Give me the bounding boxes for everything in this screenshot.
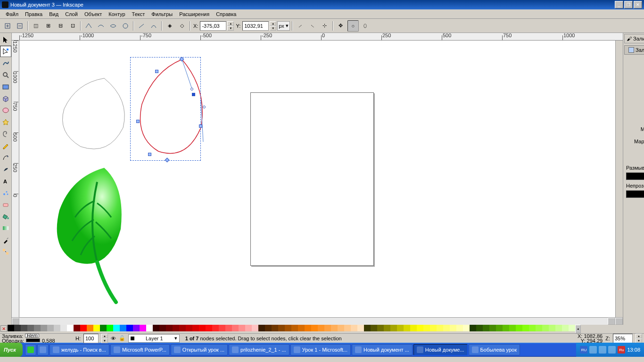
color-swatch[interactable] <box>298 325 305 331</box>
dropper-tool-icon[interactable] <box>0 234 11 246</box>
stroke-swatch[interactable] <box>26 338 40 342</box>
box3d-tool-icon[interactable] <box>0 93 11 104</box>
color-swatch[interactable] <box>338 325 344 331</box>
scroll-right-icon[interactable] <box>608 318 615 325</box>
node-delete-icon[interactable] <box>14 20 25 32</box>
color-swatch[interactable] <box>470 325 476 331</box>
color-swatch[interactable] <box>265 325 272 331</box>
color-swatch[interactable] <box>93 325 100 331</box>
path-node[interactable] <box>136 120 140 123</box>
tab-fill[interactable]: Заливка <box>624 45 644 54</box>
layer-lock-icon[interactable]: 🔓 <box>119 335 125 341</box>
quick-zoom-icon[interactable] <box>615 318 623 325</box>
menu-help[interactable]: Справка <box>213 10 239 18</box>
color-swatch[interactable] <box>351 325 357 331</box>
color-swatch[interactable] <box>311 325 318 331</box>
x-spinner[interactable]: ▲▼ <box>227 21 234 31</box>
color-swatch[interactable] <box>8 325 14 331</box>
color-swatch[interactable] <box>126 325 133 331</box>
color-swatch[interactable] <box>476 325 483 331</box>
color-swatch[interactable] <box>305 325 311 331</box>
y-spinner[interactable]: ▲▼ <box>270 21 276 31</box>
color-swatch[interactable] <box>225 325 232 331</box>
path-node[interactable] <box>155 70 158 73</box>
node-break-icon[interactable]: ◫ <box>30 20 41 32</box>
color-swatch[interactable] <box>536 325 542 331</box>
taskbar-item[interactable]: Новый докуме... <box>413 344 468 355</box>
color-swatch[interactable] <box>344 325 351 331</box>
color-swatch[interactable] <box>562 325 569 331</box>
ellipse-tool-icon[interactable] <box>0 105 11 116</box>
color-swatch[interactable] <box>555 325 562 331</box>
color-swatch[interactable] <box>80 325 87 331</box>
node-auto-icon[interactable] <box>120 20 131 32</box>
color-swatch[interactable] <box>107 325 113 331</box>
menu-path[interactable]: Контур <box>106 10 128 18</box>
path-node-selected[interactable] <box>192 93 195 96</box>
layer-selector[interactable]: Layer 1▾ <box>128 334 180 343</box>
maximize-button[interactable]: ❐ <box>624 1 633 8</box>
menu-view[interactable]: Вид <box>46 10 61 18</box>
rect-tool-icon[interactable] <box>0 81 11 92</box>
node-add-icon[interactable] <box>2 20 13 32</box>
color-swatch[interactable] <box>133 325 140 331</box>
color-swatch[interactable] <box>47 325 54 331</box>
close-button[interactable]: ✕ <box>634 1 642 8</box>
horizontal-scrollbar[interactable] <box>12 317 623 325</box>
color-swatch[interactable] <box>74 325 80 331</box>
color-swatch[interactable] <box>404 325 410 331</box>
taskbar-item[interactable]: Новый документ ... <box>352 344 413 355</box>
path-node[interactable] <box>199 124 202 128</box>
color-swatch[interactable] <box>437 325 443 331</box>
color-swatch[interactable] <box>159 325 166 331</box>
color-swatch[interactable] <box>192 325 199 331</box>
color-swatch[interactable] <box>443 325 450 331</box>
color-swatch[interactable] <box>34 325 41 331</box>
star-tool-icon[interactable] <box>0 116 11 128</box>
color-swatch[interactable] <box>503 325 509 331</box>
color-swatch[interactable] <box>456 325 463 331</box>
color-swatch[interactable] <box>245 325 252 331</box>
color-swatch[interactable] <box>173 325 179 331</box>
transform-handles-icon[interactable]: ✥ <box>335 20 347 32</box>
clock[interactable]: 13:08 <box>627 347 640 353</box>
green-leaf-shape[interactable] <box>38 163 132 309</box>
stroke-to-path-icon[interactable]: ◇ <box>176 20 188 32</box>
menu-object[interactable]: Объект <box>82 10 105 18</box>
color-swatch[interactable] <box>87 325 93 331</box>
bezier-handle[interactable] <box>190 88 193 90</box>
text-tool-icon[interactable]: A <box>0 175 11 187</box>
taskbar-item[interactable]: prilozhenie_2_1 - ... <box>229 344 289 355</box>
color-swatch[interactable] <box>140 325 146 331</box>
pencil-tool-icon[interactable] <box>0 140 11 151</box>
menu-layer[interactable]: Слой <box>62 10 81 18</box>
color-swatch[interactable] <box>239 325 245 331</box>
color-swatch[interactable] <box>206 325 212 331</box>
layer-visible-icon[interactable]: 👁 <box>111 336 116 341</box>
color-swatch[interactable] <box>199 325 206 331</box>
zoom-input[interactable] <box>613 334 633 343</box>
color-swatch[interactable] <box>21 325 27 331</box>
color-swatch[interactable] <box>153 325 159 331</box>
segment-curve-icon[interactable] <box>148 20 159 32</box>
color-swatch[interactable] <box>331 325 338 331</box>
spray-tool-icon[interactable] <box>0 187 11 198</box>
color-swatch[interactable] <box>483 325 489 331</box>
color-swatch[interactable] <box>549 325 555 331</box>
unit-select[interactable]: px ▾ <box>277 21 290 31</box>
color-swatch[interactable] <box>371 325 377 331</box>
menu-edit[interactable]: Правка <box>22 10 45 18</box>
zoom-tool-icon[interactable] <box>0 69 11 81</box>
color-swatch[interactable] <box>430 325 437 331</box>
tray-icon[interactable] <box>608 346 616 354</box>
lang-indicator-2[interactable]: Ru <box>618 346 625 354</box>
menu-filters[interactable]: Фильтры <box>149 10 175 18</box>
bezier-tool-icon[interactable] <box>0 152 11 163</box>
color-swatch[interactable] <box>146 325 153 331</box>
color-swatch[interactable] <box>54 325 60 331</box>
color-swatch[interactable] <box>14 325 21 331</box>
bucket-tool-icon[interactable] <box>0 211 11 222</box>
color-swatch[interactable] <box>272 325 278 331</box>
start-button[interactable]: Пуск <box>0 343 23 357</box>
minimize-button[interactable]: _ <box>615 1 623 8</box>
